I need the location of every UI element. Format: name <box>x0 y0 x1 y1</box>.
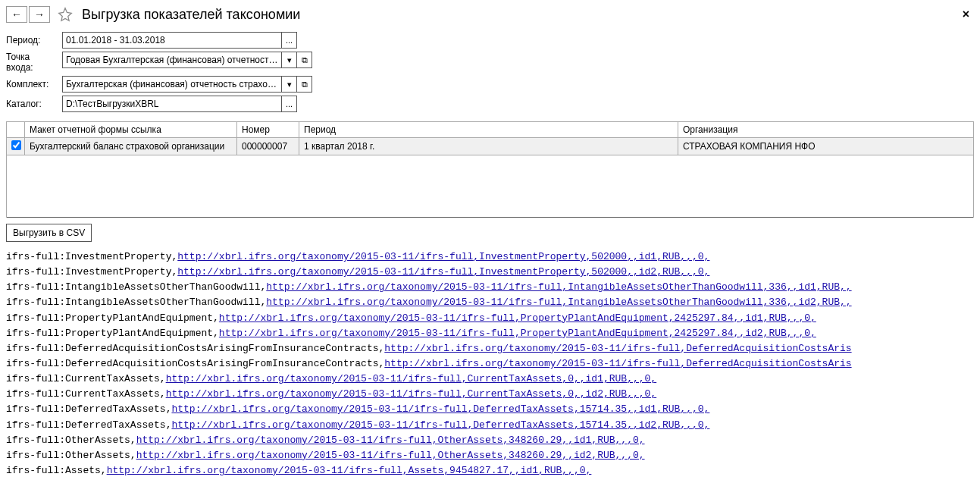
kit-dropdown-button[interactable]: ▾ <box>282 76 297 93</box>
output-prefix: ifrs-full:PropertyPlantAndEquipment, <box>6 312 219 324</box>
output-prefix: ifrs-full:InvestmentProperty, <box>6 251 177 262</box>
output-line: ifrs-full:DeferredAcquisitionCostsArisin… <box>6 356 974 372</box>
table-header-row: Макет отчетной формы ссылка Номер Период… <box>7 122 974 138</box>
forward-button[interactable]: → <box>29 6 50 23</box>
cell-form: Бухгалтерский баланс страховой организац… <box>25 138 237 155</box>
kit-open-button[interactable]: ⧉ <box>297 76 312 93</box>
output-link[interactable]: http://xbrl.ifrs.org/taxonomy/2015-03-11… <box>166 388 657 400</box>
period-picker-button[interactable]: ... <box>282 32 297 49</box>
output-link[interactable]: http://xbrl.ifrs.org/taxonomy/2015-03-11… <box>177 266 709 278</box>
back-button[interactable]: ← <box>6 6 27 23</box>
entry-label: Точка входа: <box>6 52 59 73</box>
output-prefix: ifrs-full:IntangibleAssetsOtherThanGoodw… <box>6 281 266 293</box>
catalog-input[interactable] <box>62 96 282 112</box>
output-prefix: ifrs-full:IntangibleAssetsOtherThanGoodw… <box>6 296 266 308</box>
output-line: ifrs-full:IntangibleAssetsOtherThanGoodw… <box>6 295 974 310</box>
cell-period: 1 квартал 2018 г. <box>299 138 678 155</box>
output-link[interactable]: http://xbrl.ifrs.org/taxonomy/2015-03-11… <box>171 419 709 431</box>
output-link[interactable]: http://xbrl.ifrs.org/taxonomy/2015-03-11… <box>266 296 851 308</box>
csv-output: ifrs-full:InvestmentProperty,http://xbrl… <box>6 249 974 480</box>
output-line: ifrs-full:OtherAssets,http://xbrl.ifrs.o… <box>6 433 974 448</box>
row-checkbox[interactable] <box>11 140 21 150</box>
output-prefix: ifrs-full:DeferredAcquisitionCostsArisin… <box>6 358 384 369</box>
entry-open-button[interactable]: ⧉ <box>297 52 312 68</box>
output-line: ifrs-full:DeferredTaxAssets,http://xbrl.… <box>6 402 974 417</box>
output-link[interactable]: http://xbrl.ifrs.org/taxonomy/2015-03-11… <box>384 358 851 369</box>
nav-buttons: ← → <box>6 6 50 23</box>
output-line: ifrs-full:InvestmentProperty,http://xbrl… <box>6 265 974 280</box>
period-input[interactable] <box>62 32 282 49</box>
output-line: ifrs-full:PropertyPlantAndEquipment,http… <box>6 311 974 326</box>
output-link[interactable]: http://xbrl.ifrs.org/taxonomy/2015-03-11… <box>136 435 645 446</box>
output-link[interactable]: http://xbrl.ifrs.org/taxonomy/2015-03-11… <box>166 373 657 384</box>
cell-org: СТРАХОВАЯ КОМПАНИЯ НФО <box>678 138 974 155</box>
output-link[interactable]: http://xbrl.ifrs.org/taxonomy/2015-03-11… <box>384 343 851 354</box>
col-period: Период <box>299 122 678 138</box>
col-num: Номер <box>237 122 299 138</box>
output-line: ifrs-full:Assets,http://xbrl.ifrs.org/ta… <box>6 463 974 478</box>
entry-dropdown-button[interactable]: ▾ <box>282 52 297 68</box>
close-icon[interactable]: × <box>958 6 974 23</box>
header: ← → Выгрузка показателей таксономии × <box>6 6 974 23</box>
output-prefix: ifrs-full:CurrentTaxAssets, <box>6 373 166 384</box>
col-check <box>7 122 25 138</box>
export-csv-button[interactable]: Выгрузить в CSV <box>6 224 92 242</box>
output-prefix: ifrs-full:DeferredTaxAssets, <box>6 403 171 415</box>
output-line: ifrs-full:DeferredTaxAssets,http://xbrl.… <box>6 418 974 433</box>
kit-label: Комплект: <box>6 79 59 89</box>
star-icon[interactable] <box>58 7 73 22</box>
output-prefix: ifrs-full:Assets, <box>6 465 107 476</box>
cell-num: 000000007 <box>237 138 299 155</box>
output-link[interactable]: http://xbrl.ifrs.org/taxonomy/2015-03-11… <box>266 281 851 293</box>
output-link[interactable]: http://xbrl.ifrs.org/taxonomy/2015-03-11… <box>219 312 816 324</box>
output-prefix: ifrs-full:CurrentTaxAssets, <box>6 388 166 400</box>
entry-input[interactable] <box>62 52 282 68</box>
output-link[interactable]: http://xbrl.ifrs.org/taxonomy/2015-03-11… <box>171 403 709 415</box>
output-prefix: ifrs-full:InvestmentProperty, <box>6 266 177 278</box>
page-title: Выгрузка показателей таксономии <box>82 7 300 23</box>
output-line: ifrs-full:OtherAssets,http://xbrl.ifrs.o… <box>6 448 974 463</box>
output-prefix: ifrs-full:DeferredAcquisitionCostsArisin… <box>6 343 384 354</box>
table-row[interactable]: Бухгалтерский баланс страховой организац… <box>7 138 974 155</box>
col-org: Организация <box>678 122 974 138</box>
col-form: Макет отчетной формы ссылка <box>25 122 237 138</box>
output-link[interactable]: http://xbrl.ifrs.org/taxonomy/2015-03-11… <box>177 251 709 262</box>
output-line: ifrs-full:DeferredAcquisitionCostsArisin… <box>6 341 974 356</box>
output-link[interactable]: http://xbrl.ifrs.org/taxonomy/2015-03-11… <box>219 328 816 339</box>
output-link[interactable]: http://xbrl.ifrs.org/taxonomy/2015-03-11… <box>136 450 645 461</box>
kit-input[interactable] <box>62 76 282 93</box>
report-table: Макет отчетной формы ссылка Номер Период… <box>6 121 974 218</box>
params-form: Период: ... Точка входа: ▾ ⧉ Комплект: ▾… <box>6 32 312 112</box>
output-line: ifrs-full:CurrentTaxAssets,http://xbrl.i… <box>6 387 974 402</box>
table-empty-area <box>7 155 974 218</box>
catalog-browse-button[interactable]: ... <box>282 96 297 112</box>
output-line: ifrs-full:IntangibleAssetsOtherThanGoodw… <box>6 280 974 295</box>
period-label: Период: <box>6 35 59 45</box>
output-prefix: ifrs-full:OtherAssets, <box>6 450 136 461</box>
output-link[interactable]: http://xbrl.ifrs.org/taxonomy/2015-03-11… <box>107 465 592 476</box>
output-line: ifrs-full:PropertyPlantAndEquipment,http… <box>6 326 974 341</box>
output-line: ifrs-full:InvestmentProperty,http://xbrl… <box>6 249 974 265</box>
output-prefix: ifrs-full:DeferredTaxAssets, <box>6 419 171 431</box>
output-prefix: ifrs-full:PropertyPlantAndEquipment, <box>6 328 219 339</box>
output-line: ifrs-full:CurrentTaxAssets,http://xbrl.i… <box>6 372 974 387</box>
output-prefix: ifrs-full:OtherAssets, <box>6 435 136 446</box>
catalog-label: Каталог: <box>6 99 59 109</box>
